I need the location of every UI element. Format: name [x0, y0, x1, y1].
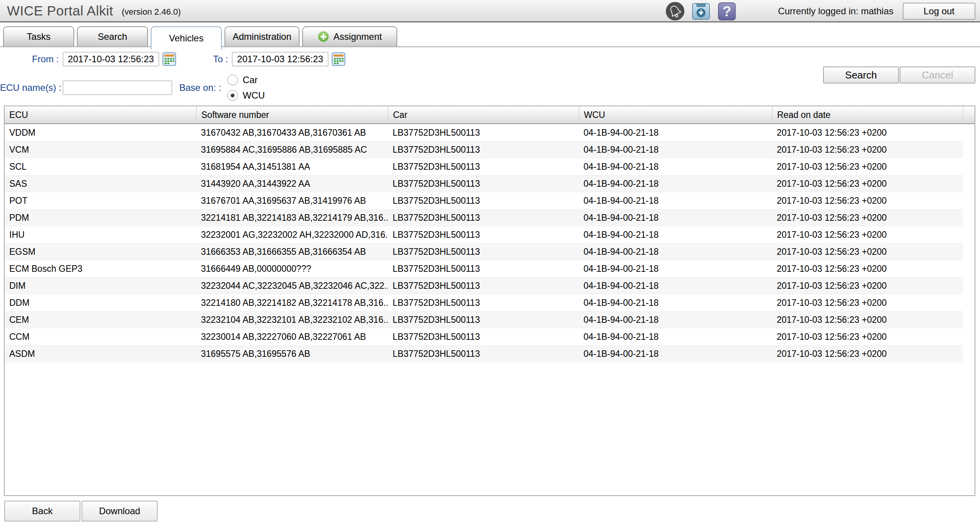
cell-read-on-date: 2017-10-03 12:56:23 +0200	[772, 209, 963, 226]
cell-ecu: CEM	[5, 311, 196, 328]
column-header-ecu[interactable]: ECU	[5, 106, 196, 123]
back-button[interactable]: Back	[4, 501, 80, 522]
table-row[interactable]: CCM 32230014 AB,32227060 AB,32227061 AB …	[5, 328, 963, 345]
search-button[interactable]: Search	[823, 66, 899, 84]
tab-vehicles[interactable]: Vehicles	[151, 26, 222, 49]
cell-ecu: ASDM	[5, 345, 196, 362]
downloads-icon[interactable]	[691, 2, 711, 22]
cell-ecu: VCM	[5, 141, 196, 158]
cell-software-number: 32232104 AB,32232101 AB,32232102 AB,316.…	[196, 311, 388, 328]
cell-read-on-date: 2017-10-03 12:56:23 +0200	[772, 328, 963, 345]
column-header-software-number[interactable]: Software number	[196, 106, 388, 123]
session-area: Currently logged in: mathias Log out	[778, 0, 975, 22]
cell-ecu: DDM	[5, 294, 196, 311]
radio-circle-car[interactable]	[227, 75, 238, 85]
cell-read-on-date: 2017-10-03 12:56:23 +0200	[772, 345, 963, 362]
notifications-bell-icon[interactable]	[665, 2, 685, 22]
cell-car: LB37752D3HL500113	[388, 158, 579, 175]
table-row[interactable]: CEM 32232104 AB,32232101 AB,32232102 AB,…	[5, 311, 963, 328]
cell-car: LB37752D3HL500113	[388, 260, 579, 277]
logout-button[interactable]: Log out	[903, 3, 975, 20]
cell-wcu: 04-1B-94-00-21-18	[579, 158, 772, 175]
column-header-wcu[interactable]: WCU	[579, 106, 772, 123]
tab-label: Vehicles	[169, 33, 203, 44]
cell-wcu: 04-1B-94-00-21-18	[579, 294, 772, 311]
cell-car: LB37752D3HL500113	[388, 311, 579, 328]
table-row[interactable]: VDDM 31670432 AB,31670433 AB,31670361 AB…	[5, 124, 963, 141]
cell-car: LB37752D3HL500113	[388, 141, 579, 158]
footer-actions: Back Download	[4, 501, 980, 522]
cell-wcu: 04-1B-94-00-21-18	[579, 345, 772, 362]
column-header-car[interactable]: Car	[388, 106, 579, 123]
table-row[interactable]: ASDM 31695575 AB,31695576 AB LB37752D3HL…	[5, 345, 963, 362]
cell-software-number: 32232001 AG,32232002 AH,32232000 AD,316.…	[196, 226, 388, 243]
tab-assignment[interactable]: Assignment	[302, 26, 397, 46]
download-button[interactable]: Download	[82, 501, 158, 522]
cell-car: LB37752D3HL500113	[388, 175, 579, 192]
cell-wcu: 04-1B-94-00-21-18	[579, 260, 772, 277]
table-row[interactable]: SAS 31443920 AA,31443922 AA LB37752D3HL5…	[5, 175, 963, 192]
radio-option-car[interactable]: Car	[227, 75, 265, 85]
cancel-button: Cancel	[900, 66, 975, 84]
cell-ecu: ECM Bosch GEP3	[5, 260, 196, 277]
cell-car: LB37752D3HL500113	[388, 209, 579, 226]
logged-in-text: Currently logged in: mathias	[778, 6, 893, 17]
table-row[interactable]: DIM 32232044 AC,32232045 AB,32232046 AC,…	[5, 277, 963, 294]
table-row[interactable]: VCM 31695884 AC,31695886 AB,31695885 AC …	[5, 141, 963, 158]
table-row[interactable]: EGSM 31666353 AB,31666355 AB,31666354 AB…	[5, 243, 963, 260]
cell-software-number: 31666449 AB,00000000???	[196, 260, 388, 277]
cell-software-number: 31695884 AC,31695886 AB,31695885 AC	[196, 141, 388, 158]
ecu-filter-row: ECU name(s) : Base on: : Car WCU	[0, 70, 265, 105]
cell-wcu: 04-1B-94-00-21-18	[579, 209, 772, 226]
cell-car: LB37752D3HL500113	[388, 345, 579, 362]
cell-ecu: DIM	[5, 277, 196, 294]
cell-software-number: 32214180 AB,32214182 AB,32214178 AB,316.…	[196, 294, 388, 311]
table-row[interactable]: SCL 31681954 AA,31451381 AA LB37752D3HL5…	[5, 158, 963, 175]
help-icon[interactable]: ?	[717, 2, 737, 22]
search-actions: Search Cancel	[823, 66, 975, 84]
table-row[interactable]: PDM 32214181 AB,32214183 AB,32214179 AB,…	[5, 209, 963, 226]
table-row[interactable]: IHU 32232001 AG,32232002 AH,32232000 AD,…	[5, 226, 963, 243]
cell-wcu: 04-1B-94-00-21-18	[579, 226, 772, 243]
cell-software-number: 32214181 AB,32214183 AB,32214179 AB,316.…	[196, 209, 388, 226]
app-version: (version 2.46.0)	[122, 7, 181, 17]
column-header-scrollbar-spacer	[963, 106, 975, 123]
tab-search[interactable]: Search	[77, 26, 148, 46]
tab-tasks[interactable]: Tasks	[3, 26, 74, 46]
from-calendar-button[interactable]	[162, 52, 176, 66]
cell-read-on-date: 2017-10-03 12:56:23 +0200	[772, 124, 963, 141]
to-calendar-button[interactable]	[332, 52, 345, 66]
cell-read-on-date: 2017-10-03 12:56:23 +0200	[772, 277, 963, 294]
column-header-read-on-date[interactable]: Read on date	[772, 106, 963, 123]
cell-software-number: 31695575 AB,31695576 AB	[196, 345, 388, 362]
cell-read-on-date: 2017-10-03 12:56:23 +0200	[772, 141, 963, 158]
ecu-names-input[interactable]	[63, 80, 172, 95]
cell-wcu: 04-1B-94-00-21-18	[579, 311, 772, 328]
cell-read-on-date: 2017-10-03 12:56:23 +0200	[772, 175, 963, 192]
table-row[interactable]: ECM Bosch GEP3 31666449 AB,00000000??? L…	[5, 260, 963, 277]
cell-software-number: 31670432 AB,31670433 AB,31670361 AB	[196, 124, 388, 141]
table-row[interactable]: DDM 32214180 AB,32214182 AB,32214178 AB,…	[5, 294, 963, 311]
cell-software-number: 32230014 AB,32227060 AB,32227061 AB	[196, 328, 388, 345]
cell-car: LB37752D3HL500113	[388, 294, 579, 311]
cell-software-number: 31666353 AB,31666355 AB,31666354 AB	[196, 243, 388, 260]
cell-read-on-date: 2017-10-03 12:56:23 +0200	[772, 294, 963, 311]
table-row[interactable]: POT 31676701 AA,31695637 AB,31419976 AB …	[5, 192, 963, 209]
tab-administration[interactable]: Administration	[225, 26, 299, 46]
cell-read-on-date: 2017-10-03 12:56:23 +0200	[772, 192, 963, 209]
cell-read-on-date: 2017-10-03 12:56:23 +0200	[772, 226, 963, 243]
cell-wcu: 04-1B-94-00-21-18	[579, 141, 772, 158]
grid-header-row: ECU Software number Car WCU Read on date	[5, 106, 975, 124]
radio-label-car: Car	[243, 75, 258, 85]
radio-circle-wcu[interactable]	[227, 90, 238, 101]
ecu-software-grid: ECU Software number Car WCU Read on date…	[4, 106, 975, 496]
base-on-radio-group: Car WCU	[227, 75, 265, 101]
radio-option-wcu[interactable]: WCU	[227, 90, 265, 101]
cell-wcu: 04-1B-94-00-21-18	[579, 277, 772, 294]
cell-car: LB37752D3HL500113	[388, 192, 579, 209]
cell-read-on-date: 2017-10-03 12:56:23 +0200	[772, 260, 963, 277]
cell-ecu: SCL	[5, 158, 196, 175]
from-date-input[interactable]	[63, 52, 159, 66]
to-date-input[interactable]	[232, 52, 328, 66]
base-on-label: Base on: :	[179, 82, 221, 93]
